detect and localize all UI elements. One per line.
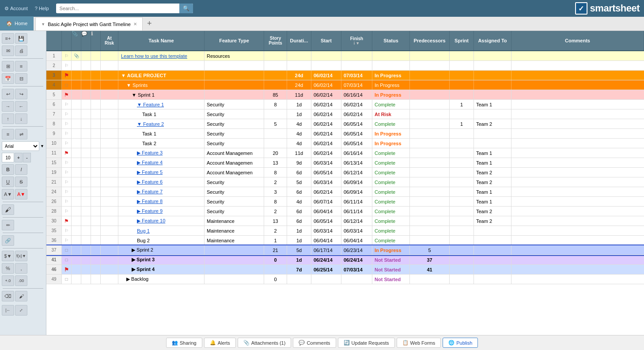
- row-message[interactable]: [81, 158, 91, 167]
- comments-cell[interactable]: [511, 61, 644, 70]
- task-link[interactable]: ▼ Feature 1: [137, 102, 164, 107]
- feature-type-cell[interactable]: [205, 80, 264, 90]
- task-name-cell[interactable]: Bug 1: [118, 226, 205, 235]
- comments-cell[interactable]: [511, 236, 644, 245]
- task-link[interactable]: ▶ Feature 7: [137, 189, 163, 195]
- start-cell[interactable]: 06/05/14: [311, 216, 341, 226]
- at-risk-cell[interactable]: [101, 129, 118, 138]
- task-link[interactable]: ▶ Feature 4: [137, 160, 163, 166]
- assigned-to-cell[interactable]: [474, 139, 511, 148]
- wrap-button[interactable]: ⇌: [15, 129, 27, 139]
- table-row[interactable]: 5 ⚑ ▼ Sprint 1 85 11d 06/02/14 06/16/14 …: [46, 90, 644, 100]
- story-points-cell[interactable]: [264, 51, 287, 60]
- row-flag[interactable]: ⚐: [62, 51, 72, 60]
- duration-cell[interactable]: [287, 61, 311, 70]
- status-cell[interactable]: In Progress: [372, 245, 410, 255]
- sprint-cell[interactable]: [450, 90, 474, 99]
- predecessors-cell[interactable]: [410, 119, 450, 128]
- feature-type-cell[interactable]: Security: [205, 187, 264, 196]
- duration-column-header[interactable]: Durati...: [287, 31, 311, 50]
- start-cell[interactable]: 06/02/14: [311, 100, 341, 109]
- text-color-button[interactable]: A▼: [15, 189, 27, 199]
- row-flag[interactable]: □: [62, 275, 72, 284]
- feature-type-cell[interactable]: [205, 245, 264, 255]
- sprint-cell[interactable]: [450, 148, 474, 158]
- row-attachment[interactable]: [72, 119, 81, 128]
- comments-cell[interactable]: [511, 158, 644, 167]
- status-cell[interactable]: Complete: [372, 148, 410, 158]
- finish-cell[interactable]: 06/12/14: [341, 168, 372, 177]
- comments-cell[interactable]: [511, 168, 644, 177]
- status-cell[interactable]: Complete: [372, 226, 410, 235]
- feature-type-cell[interactable]: [205, 255, 264, 264]
- story-points-cell[interactable]: [264, 61, 287, 70]
- card-button[interactable]: ⊟: [15, 73, 27, 84]
- status-cell[interactable]: [372, 51, 410, 60]
- sprint-cell[interactable]: [450, 71, 474, 80]
- comma-button[interactable]: ,: [15, 263, 27, 274]
- row-message[interactable]: [81, 139, 91, 148]
- comments-cell[interactable]: [511, 100, 644, 109]
- fill-color-button[interactable]: 🖌: [2, 204, 14, 215]
- table-row[interactable]: 11 ⚑ ▶ Feature 3 Account Managemen 20 11…: [46, 148, 644, 158]
- table-row[interactable]: 35 ⚐ Bug 1 Maintenance 2 1d 06/03/14 06/…: [46, 226, 644, 236]
- feature-type-cell[interactable]: Account Managemen: [205, 148, 264, 158]
- row-attachment[interactable]: [72, 265, 81, 274]
- status-cell[interactable]: [372, 61, 410, 70]
- sprint-cell[interactable]: [450, 255, 474, 264]
- at-risk-cell[interactable]: [101, 197, 118, 206]
- start-cell[interactable]: 06/02/14: [311, 90, 341, 99]
- task-name-cell[interactable]: ▶ Feature 6: [118, 177, 205, 187]
- row-info[interactable]: [91, 139, 101, 148]
- sprint-column-header[interactable]: Sprint: [450, 31, 474, 50]
- feature-type-cell[interactable]: Account Managemen: [205, 158, 264, 167]
- at-risk-cell[interactable]: [101, 168, 118, 177]
- row-message[interactable]: [81, 148, 91, 158]
- row-attachment[interactable]: [72, 168, 81, 177]
- assigned-to-cell[interactable]: Team 2: [474, 177, 511, 187]
- font-size-increase-button[interactable]: +: [15, 153, 23, 162]
- table-row[interactable]: 1 ⚐ 📎 Learn how to use this template Res…: [46, 51, 644, 61]
- row-info[interactable]: [91, 187, 101, 196]
- comments-button[interactable]: 💬 Comments: [293, 338, 336, 348]
- duration-cell[interactable]: 4d: [287, 119, 311, 128]
- status-cell[interactable]: At Risk: [372, 109, 410, 119]
- assigned-to-cell[interactable]: [474, 245, 511, 255]
- row-flag[interactable]: □: [62, 245, 72, 255]
- row-flag[interactable]: ⚑: [62, 148, 72, 158]
- row-message[interactable]: [81, 168, 91, 177]
- update-requests-button[interactable]: 🔄 Update Requests: [338, 338, 395, 348]
- feature-type-cell[interactable]: [205, 275, 264, 284]
- status-cell[interactable]: Not Started: [372, 255, 410, 264]
- sprint-cell[interactable]: [450, 158, 474, 167]
- finish-cell[interactable]: 06/16/14: [341, 90, 372, 99]
- comments-cell[interactable]: [511, 129, 644, 138]
- tab-close-icon[interactable]: ✕: [133, 22, 137, 26]
- task-name-cell[interactable]: ▶ Feature 5: [118, 168, 205, 177]
- feature-type-cell[interactable]: Security: [205, 109, 264, 119]
- row-info[interactable]: [91, 158, 101, 167]
- story-points-cell[interactable]: 2: [264, 226, 287, 235]
- row-attachment[interactable]: [72, 187, 81, 196]
- feature-type-cell[interactable]: [205, 90, 264, 99]
- task-link[interactable]: ▶ Feature 10: [137, 218, 165, 224]
- save-button[interactable]: 💾: [15, 33, 27, 44]
- row-message[interactable]: [81, 51, 91, 60]
- story-points-cell[interactable]: 0: [264, 275, 287, 284]
- at-risk-cell[interactable]: [101, 148, 118, 158]
- table-row[interactable]: 15 ⚐ ▶ Feature 4 Account Managemen 13 9d…: [46, 158, 644, 168]
- row-info[interactable]: [91, 197, 101, 206]
- sprint-cell[interactable]: [450, 109, 474, 119]
- start-cell[interactable]: 06/02/14: [311, 109, 341, 119]
- finish-cell[interactable]: 06/09/14: [341, 187, 372, 196]
- finish-cell[interactable]: 06/03/14: [341, 226, 372, 235]
- row-attachment[interactable]: [72, 197, 81, 206]
- indent-button[interactable]: →: [2, 101, 14, 112]
- comments-cell[interactable]: [511, 177, 644, 187]
- duration-cell[interactable]: [287, 51, 311, 60]
- task-name-cell[interactable]: ▶ Feature 7: [118, 187, 205, 196]
- row-flag[interactable]: ⚐: [62, 226, 72, 235]
- font-selector[interactable]: Arial: [2, 141, 39, 151]
- assigned-to-cell[interactable]: [474, 255, 511, 264]
- search-button[interactable]: 🔍: [179, 4, 193, 13]
